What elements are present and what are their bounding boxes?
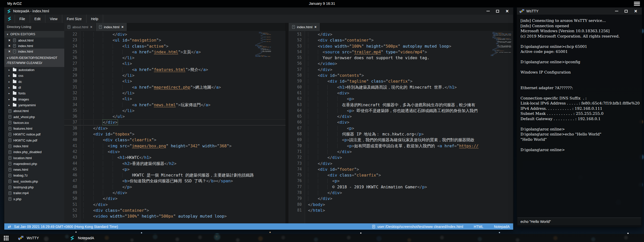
file-item[interactable]: testmysql.php — [4, 184, 64, 190]
code-line: 41 <img src="images/box.png" height="342… — [64, 143, 286, 149]
close-icon[interactable]: × — [8, 44, 11, 48]
tab-close-icon[interactable]: × — [315, 25, 317, 29]
terminal-input[interactable]: echo "Hello World" — [517, 218, 641, 225]
code-line: 56 </video> — [289, 61, 513, 66]
file-item[interactable]: news.html — [4, 167, 64, 172]
file-item[interactable]: about.html — [4, 108, 64, 114]
terminal-line: Default Gateway . . . . . . . . . : 192.… — [520, 116, 642, 122]
file-item[interactable]: x.php — [4, 196, 64, 202]
pane-splitter[interactable] — [286, 23, 289, 223]
file-item[interactable]: HKWTC rule.pdf — [4, 137, 64, 143]
code-line: 49 </div> — [64, 190, 286, 196]
file-item[interactable]: mapredirect.php — [4, 161, 64, 167]
tab-about.html[interactable]: about.html× — [64, 23, 96, 31]
open-editor-item[interactable]: ×about.html — [4, 38, 64, 43]
line-number: 65 — [289, 114, 305, 119]
line-number: 71 — [289, 149, 305, 155]
terminal-output[interactable]: [info] Conencting to arozos WsTTY servic… — [517, 15, 642, 218]
folder-item[interactable]: ▸css — [4, 73, 64, 79]
line-number: 68 — [289, 131, 305, 137]
topbar-clock: January 9 16:31 — [0, 0, 644, 7]
notepad-titlebar[interactable]: NotepadA - index.html × — [4, 8, 513, 15]
code-line: 44 <h2>香港的建築伺服器</h2> — [64, 161, 286, 166]
statusbar-filepath: user:/Desktop/screenshot/test/www cleane… — [378, 225, 463, 229]
hamburger-menu-icon[interactable] — [634, 2, 640, 6]
code-editor-right[interactable]: 51 </div>52 <div class="container">53 <v… — [289, 31, 513, 223]
code-line: 79 </div> — [289, 196, 513, 201]
code-line: 54 <source src="trailer.mp4" type="video… — [289, 49, 513, 55]
chevron-down-icon: ▾ — [7, 56, 8, 59]
file-item[interactable]: trailer.mp4 — [4, 190, 64, 196]
terminal-line: [info] Conencting to arozos WsTTY servic… — [520, 18, 642, 23]
file-item[interactable]: add_vhost.php — [4, 114, 64, 120]
line-number: 53 — [289, 43, 305, 49]
line-number: 56 — [289, 61, 305, 66]
maximize-button[interactable] — [496, 9, 500, 13]
terminal-line: Active code page: 65001 — [520, 49, 642, 54]
minimize-button[interactable] — [486, 9, 490, 13]
terminal-line: D:\golang\aroz online> — [520, 147, 642, 153]
taskbar-item-wstty[interactable]: WsTTY — [18, 236, 70, 240]
folder-item[interactable]: ▸images — [4, 96, 64, 102]
start-menu-button[interactable] — [3, 235, 10, 240]
close-icon[interactable]: × — [8, 39, 11, 42]
minimap[interactable]: </div> <div class="container"> <video wi… — [490, 32, 511, 56]
tab-close-icon[interactable]: × — [121, 25, 124, 29]
code-line: 23 <ul id="navigation"> — [64, 37, 286, 43]
line-number: 41 — [64, 143, 80, 149]
file-item[interactable]: HKWTC notice.pdf — [4, 131, 64, 137]
tab-index.html[interactable]: index.html× — [289, 23, 320, 31]
folder-name: autostation — [18, 68, 35, 72]
open-editor-item[interactable]: ×index.html — [4, 49, 64, 54]
file-icon — [13, 44, 16, 48]
menu-edit[interactable]: Edit — [30, 15, 45, 23]
line-number: 31 — [64, 84, 80, 90]
folder-item[interactable]: ▸dc — [4, 79, 64, 85]
wstty-titlebar[interactable]: WsTTY × — [517, 8, 642, 15]
folder-item[interactable]: ▸autostation — [4, 67, 64, 73]
file-icon — [372, 225, 375, 228]
file-item[interactable]: test_sockets.php — [4, 179, 64, 184]
folder-name: fonts — [18, 91, 25, 95]
code-line: 81</html> — [289, 208, 513, 213]
close-button[interactable]: × — [634, 9, 638, 13]
menu-view[interactable]: View — [45, 15, 62, 23]
open-editor-item[interactable]: ×index.html — [4, 43, 64, 49]
line-number: 75 — [289, 172, 305, 178]
folder-item[interactable]: ▸fonts — [4, 90, 64, 96]
minimap[interactable]: </div> <ul id="navigation"> <li class="a… — [253, 32, 271, 57]
file-item[interactable]: location.html — [4, 155, 64, 161]
file-icon — [9, 197, 11, 201]
file-icon — [9, 162, 11, 165]
file-item[interactable]: index.php_disabled — [4, 149, 64, 155]
file-item[interactable]: index.html — [4, 143, 64, 149]
terminal-line: Link-local IPv6 Address . . . . . : fe80… — [520, 101, 642, 106]
folder-item[interactable]: ▸dl — [4, 85, 64, 90]
workspace-root-header[interactable]: ▾ USER:/DESKTOP/SCREENSHOT /TEST/WWW CLE… — [4, 54, 64, 67]
file-icon — [9, 186, 11, 189]
menu-help[interactable]: Help — [86, 15, 103, 23]
file-icon — [9, 174, 11, 177]
open-editors-section-header[interactable]: ▾ OPEN EDITORS — [4, 31, 64, 38]
folder-item[interactable]: ▸yamiyamimi — [4, 102, 64, 108]
chevron-right-icon: ▸ — [9, 92, 11, 95]
terminal-line — [520, 80, 642, 85]
maximize-button[interactable] — [624, 9, 628, 13]
line-number: 53 — [64, 213, 80, 219]
code-editor-left[interactable]: 22 </div>23 <ul id="navigation">24 <li c… — [64, 31, 286, 223]
file-item[interactable]: favicon.ico — [4, 120, 64, 126]
terminal-line: Subnet Mask . . . . . . . . . . . : 255.… — [520, 111, 642, 116]
file-item[interactable]: teabag.7z — [4, 172, 64, 178]
close-icon[interactable]: × — [8, 50, 11, 53]
tab-index.html[interactable]: index.html× — [96, 23, 127, 31]
tab-close-icon[interactable]: × — [90, 25, 92, 29]
menu-file[interactable]: File — [15, 15, 30, 23]
terminal-line — [520, 90, 642, 96]
taskbar-item-notepada[interactable]: NotepadA — [70, 236, 121, 240]
notepad-menubar: FileEditViewFont SizeHelp — [4, 15, 513, 23]
file-name: mapredirect.php — [13, 162, 37, 166]
close-button[interactable]: × — [505, 9, 509, 13]
file-item[interactable]: features.html — [4, 126, 64, 131]
minimize-button[interactable] — [615, 9, 619, 13]
menu-font-size[interactable]: Font Size — [62, 15, 86, 23]
